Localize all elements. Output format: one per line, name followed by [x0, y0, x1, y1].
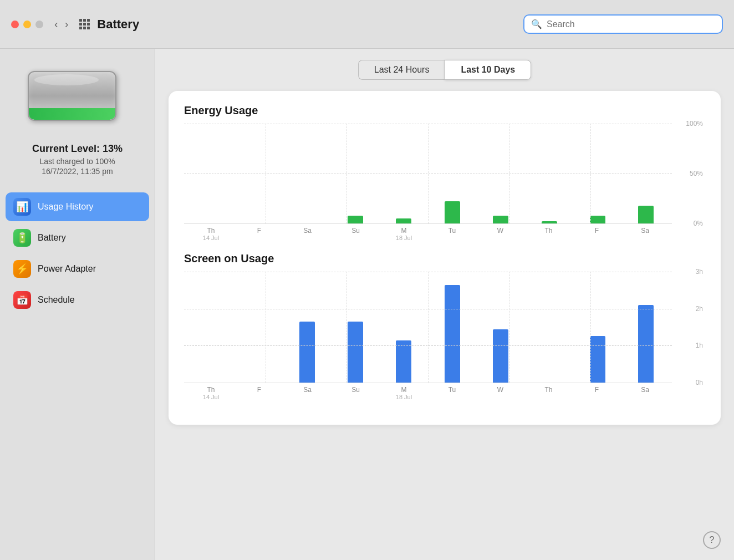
search-icon: 🔍	[531, 19, 542, 29]
sidebar-item-usage-history[interactable]: 📊 Usage History	[6, 192, 149, 221]
svgrid1	[266, 272, 266, 383]
x-day-2: Sa	[283, 227, 332, 235]
screen-bar-group-5	[429, 272, 475, 383]
energy-bar-8	[590, 216, 605, 223]
search-input[interactable]	[547, 19, 715, 29]
vgrid2	[346, 124, 347, 223]
sx-day-1: F	[235, 386, 283, 394]
battery-body	[28, 71, 116, 121]
search-box[interactable]: 🔍	[523, 14, 723, 34]
energy-bar-4	[396, 218, 411, 223]
screen-bar-group-3	[332, 272, 378, 383]
sx-label-5: Tu	[428, 386, 476, 400]
sx-label-3: Su	[332, 386, 380, 400]
x-label-5: Tu	[428, 227, 476, 241]
sx-label-1: F	[235, 386, 283, 400]
sx-day-7: Th	[524, 386, 573, 394]
sx-label-9: Sa	[621, 386, 669, 400]
svgrid5	[590, 272, 591, 383]
main-layout: Current Level: 13% Last charged to 100% …	[0, 49, 734, 560]
energy-bar-3	[348, 216, 363, 223]
battery-nav-icon: 🔋	[13, 229, 31, 247]
energy-y-0: 0%	[694, 220, 703, 227]
battery-sheen	[34, 74, 99, 85]
screen-bar-group-4	[381, 272, 427, 383]
content-area: Last 24 Hours Last 10 Days Energy Usage	[155, 49, 734, 560]
screen-usage-section: Screen on Usage	[184, 252, 705, 400]
sidebar-item-label-schedule: Schedule	[38, 295, 75, 305]
x-label-1: F	[235, 227, 283, 241]
screen-bar-group-7	[526, 272, 572, 383]
sx-day-4: M	[380, 386, 428, 394]
battery-status: Current Level: 13% Last charged to 100% …	[27, 143, 128, 176]
screen-grid-bot	[184, 383, 672, 383]
close-button[interactable]	[11, 21, 19, 28]
screen-bar-group-9	[623, 272, 669, 383]
screen-bar-5	[445, 285, 460, 383]
screen-bar-2	[299, 322, 315, 383]
x-label-0: Th14 Jul	[187, 227, 235, 241]
x-label-3: Su	[332, 227, 380, 241]
x-label-6: W	[476, 227, 524, 241]
sidebar-item-power-adapter[interactable]: ⚡ Power Adapter	[6, 254, 149, 283]
tab-10d[interactable]: Last 10 Days	[445, 60, 531, 80]
sidebar-item-schedule[interactable]: 📅 Schedule	[6, 286, 149, 314]
sx-day-5: Tu	[428, 386, 476, 394]
x-day-3: Su	[332, 227, 380, 235]
screen-bar-group-1	[235, 272, 281, 383]
screen-y-2h: 2h	[696, 305, 703, 313]
sx-label-4: M18 Jul	[380, 386, 428, 400]
screen-bar-9	[638, 305, 654, 383]
grid-icon[interactable]	[79, 19, 90, 30]
x-day-7: Th	[524, 227, 573, 235]
svgrid4	[509, 272, 510, 383]
maximize-button[interactable]	[35, 21, 43, 28]
screen-bar-3	[348, 322, 363, 383]
sidebar-item-label-power-adapter: Power Adapter	[38, 264, 96, 274]
vgrid1	[266, 124, 266, 223]
tab-bar: Last 24 Hours Last 10 Days	[169, 60, 721, 80]
vgrid3	[428, 124, 429, 223]
battery-charged-label: Last charged to 100%	[32, 157, 123, 166]
screen-x-labels: Th14 Jul F Sa Su M18 Jul Tu W Th F Sa	[184, 383, 672, 400]
grid-line-bot	[184, 223, 672, 224]
x-label-8: F	[573, 227, 621, 241]
sx-day-6: W	[476, 386, 524, 394]
sx-day-2: Sa	[283, 386, 332, 394]
energy-chart-title: Energy Usage	[184, 104, 705, 117]
sidebar-item-battery[interactable]: 🔋 Battery	[6, 223, 149, 252]
tab-24h[interactable]: Last 24 Hours	[358, 60, 445, 80]
x-label-4: M18 Jul	[380, 227, 428, 241]
screen-bar-group-2	[284, 272, 330, 383]
forward-button[interactable]: ›	[63, 17, 71, 32]
window-controls	[11, 21, 43, 28]
battery-level: Current Level: 13%	[32, 143, 123, 155]
x-day-6: W	[476, 227, 524, 235]
page-title: Battery	[97, 17, 523, 32]
energy-bar-6	[493, 216, 508, 223]
sx-day-9: Sa	[621, 386, 669, 394]
sx-date-4: 18 Jul	[380, 394, 428, 400]
help-button[interactable]: ?	[703, 531, 721, 549]
titlebar: ‹ › Battery 🔍	[0, 0, 734, 49]
minimize-button[interactable]	[23, 21, 31, 28]
screen-bar-group-8	[574, 272, 620, 383]
vgrid5	[590, 124, 591, 223]
nav-arrows: ‹ ›	[52, 17, 70, 32]
svgrid2	[346, 272, 347, 383]
energy-usage-section: Energy Usage	[184, 104, 705, 241]
battery-time: 16/7/2022, 11:35 pm	[32, 167, 123, 176]
battery-fill	[29, 108, 115, 120]
screen-bar-group-6	[477, 272, 523, 383]
battery-icon-container	[28, 71, 128, 126]
back-button[interactable]: ‹	[52, 17, 60, 32]
screen-bar-6	[493, 329, 508, 383]
x-day-9: Sa	[621, 227, 669, 235]
x-day-4: M	[380, 227, 428, 235]
energy-y-50: 50%	[690, 170, 703, 177]
sx-label-6: W	[476, 386, 524, 400]
power-adapter-icon: ⚡	[13, 260, 31, 278]
x-day-0: Th	[187, 227, 235, 235]
energy-y-labels: 100% 50% 0%	[675, 124, 705, 223]
x-label-9: Sa	[621, 227, 669, 241]
